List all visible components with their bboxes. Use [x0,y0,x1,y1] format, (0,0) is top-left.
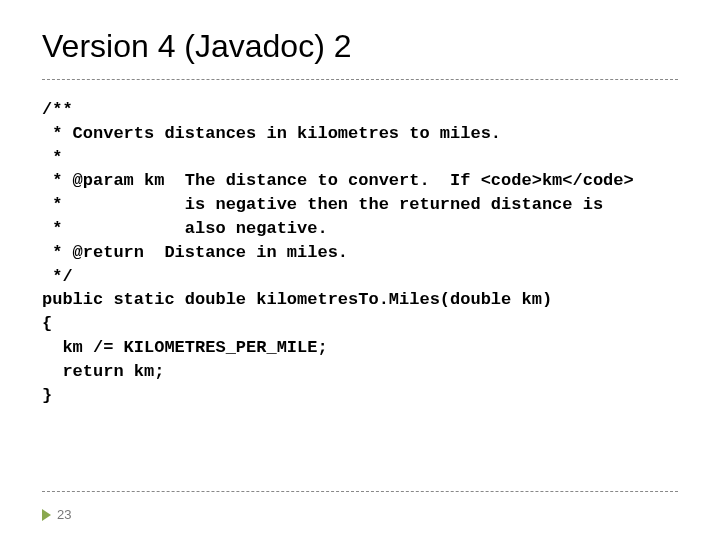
code-line: * also negative. [42,219,328,238]
footer: 23 [42,507,71,522]
code-line: * @param km The distance to convert. If … [42,171,634,190]
code-line: * is negative then the returned distance… [42,195,603,214]
code-block: /** * Converts distances in kilometres t… [42,98,678,407]
code-line: */ [42,267,73,286]
code-line: /** [42,100,73,119]
code-line: return km; [42,362,164,381]
code-line: { [42,314,52,333]
code-line: public static double kilometresTo.Miles(… [42,290,552,309]
code-line: * [42,148,62,167]
arrow-right-icon [42,509,51,521]
code-line: km /= KILOMETRES_PER_MILE; [42,338,328,357]
slide-title: Version 4 (Javadoc) 2 [42,28,678,80]
footer-divider [42,491,678,492]
slide: Version 4 (Javadoc) 2 /** * Converts dis… [0,0,720,540]
code-line: * @return Distance in miles. [42,243,348,262]
code-line: } [42,386,52,405]
code-line: * Converts distances in kilometres to mi… [42,124,501,143]
page-number: 23 [57,507,71,522]
